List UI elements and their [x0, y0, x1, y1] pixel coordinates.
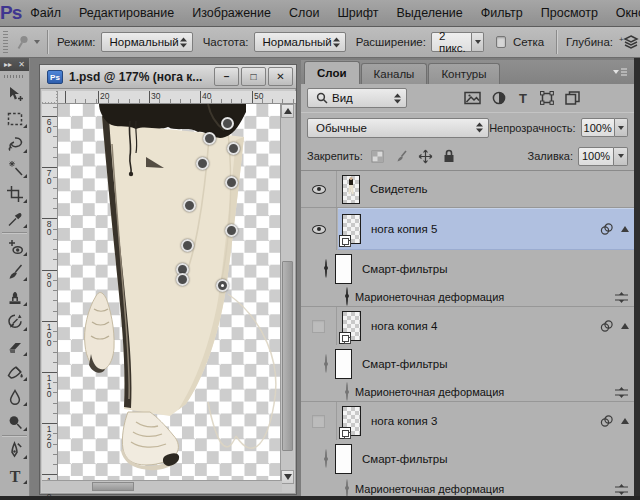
smart-filter-circles-icon[interactable]: [599, 414, 615, 428]
tool-paint-bucket[interactable]: [0, 359, 30, 384]
horizontal-scrollbar[interactable]: [42, 480, 282, 492]
filter-adjustment-layers-icon[interactable]: [492, 91, 506, 105]
document-title-bar[interactable]: Ps 1.psd @ 177% (нога к... – □ ✕: [40, 65, 296, 89]
lock-pixels-brush-icon[interactable]: [394, 149, 408, 163]
grid-checkbox[interactable]: [496, 36, 505, 48]
smart-filters-row[interactable]: Смарт-фильтры: [301, 440, 634, 478]
puppet-pin[interactable]: [227, 142, 240, 155]
toolbar-grip[interactable]: [4, 73, 25, 79]
tool-quick-selection[interactable]: [0, 156, 30, 181]
tool-pen[interactable]: [0, 437, 30, 462]
tool-rectangular-marquee[interactable]: [0, 106, 30, 131]
menu-file[interactable]: Файл: [21, 0, 70, 26]
options-grip[interactable]: [3, 31, 8, 53]
visibility-toggle[interactable]: [346, 480, 348, 498]
smart-filters-row[interactable]: Смарт-фильтры: [301, 250, 634, 287]
menu-image[interactable]: Изображение: [183, 0, 280, 26]
filter-shape-layers-icon[interactable]: [540, 91, 554, 105]
lock-all-icon[interactable]: [443, 149, 455, 163]
layer-row-svidetel[interactable]: Свидетель: [301, 171, 634, 208]
filter-smart-objects-icon[interactable]: [565, 91, 580, 105]
layer-row-noga-kopiya-5[interactable]: нога копия 5: [301, 208, 634, 250]
tab-channels[interactable]: Каналы: [361, 63, 428, 84]
visibility-toggle[interactable]: [325, 260, 327, 278]
density-dropdown[interactable]: Нормальный: [254, 32, 346, 52]
vertical-scroll-thumb[interactable]: [282, 261, 293, 451]
expansion-dropdown-button[interactable]: [472, 32, 485, 52]
toolbar-collapse-icon[interactable]: ▸▸: [4, 60, 12, 69]
pin-depth-icon[interactable]: +: [618, 33, 640, 51]
opacity-dropdown-button[interactable]: [615, 118, 628, 137]
puppet-pin[interactable]: [203, 132, 216, 145]
tool-eyedropper[interactable]: [0, 206, 30, 231]
puppet-pin-selected[interactable]: [216, 279, 229, 292]
smart-object-thumbnail[interactable]: [342, 311, 361, 341]
filter-blend-options-icon[interactable]: [614, 386, 629, 398]
blend-mode-dropdown[interactable]: Обычные: [307, 118, 489, 138]
canvas[interactable]: [58, 104, 282, 484]
tool-clone-stamp[interactable]: [0, 284, 30, 309]
tool-brush[interactable]: [0, 259, 30, 284]
smart-object-thumbnail[interactable]: [342, 406, 361, 436]
fill-dropdown-button[interactable]: [614, 147, 628, 166]
toolbar-close-icon[interactable]: ✕: [18, 60, 25, 69]
menu-select[interactable]: Выделение: [388, 0, 472, 26]
smart-object-thumbnail[interactable]: [342, 214, 361, 244]
scroll-down-arrow[interactable]: [281, 470, 294, 484]
tool-crop[interactable]: [0, 181, 30, 206]
menu-view[interactable]: Просмотр: [532, 0, 607, 26]
smart-filter-circles-icon[interactable]: [599, 222, 615, 236]
minimize-button[interactable]: –: [214, 67, 239, 86]
vertical-scrollbar[interactable]: [280, 104, 294, 484]
expansion-field[interactable]: 2 пикс.: [431, 32, 472, 52]
ruler-origin-corner[interactable]: [42, 91, 58, 104]
mode-dropdown[interactable]: Нормальный: [101, 32, 193, 52]
visibility-toggle[interactable]: [301, 402, 337, 440]
tab-paths[interactable]: Контуры: [428, 63, 499, 84]
tool-blur[interactable]: [0, 384, 30, 409]
visibility-toggle[interactable]: [301, 307, 337, 345]
puppet-pin[interactable]: [183, 199, 196, 212]
visibility-toggle[interactable]: [301, 208, 337, 250]
horizontal-scroll-thumb[interactable]: [92, 482, 134, 491]
menu-type[interactable]: Шрифт: [328, 0, 387, 26]
visibility-toggle[interactable]: [325, 450, 327, 468]
tool-red-eye[interactable]: [0, 234, 30, 259]
collapse-triangle-icon[interactable]: [621, 418, 629, 424]
panel-menu-icon[interactable]: [612, 66, 628, 78]
filter-blend-options-icon[interactable]: [614, 483, 629, 495]
filter-mask-thumbnail[interactable]: [335, 444, 352, 474]
layer-row-noga-kopiya-4[interactable]: нога копия 4: [301, 307, 634, 345]
menu-edit[interactable]: Редактирование: [70, 0, 183, 26]
visibility-toggle[interactable]: [325, 355, 327, 373]
filter-mask-thumbnail[interactable]: [335, 254, 352, 284]
visibility-toggle[interactable]: [301, 171, 337, 207]
puppet-pin[interactable]: [181, 239, 194, 252]
tool-dodge[interactable]: [0, 409, 30, 434]
collapse-triangle-icon[interactable]: [621, 323, 629, 329]
puppet-warp-row[interactable]: Марионеточная деформация: [301, 383, 634, 402]
puppet-pin[interactable]: [225, 176, 238, 189]
menu-filter[interactable]: Фильтр: [472, 0, 532, 26]
menu-layers[interactable]: Слои: [280, 0, 328, 26]
fill-value[interactable]: 100%: [578, 147, 614, 166]
smart-filter-circles-icon[interactable]: [599, 319, 615, 333]
tab-layers[interactable]: Слои: [304, 61, 360, 84]
filter-type-dropdown[interactable]: Вид: [307, 88, 407, 108]
lock-position-move-icon[interactable]: [418, 149, 433, 164]
filter-type-layers-icon[interactable]: T: [517, 91, 529, 105]
puppet-warp-row[interactable]: Марионеточная деформация: [301, 287, 634, 307]
tool-preset-arrow[interactable]: [34, 40, 40, 44]
lock-transparency-icon[interactable]: [371, 150, 384, 163]
tool-history-brush[interactable]: [0, 309, 30, 334]
visibility-toggle[interactable]: [346, 383, 348, 401]
opacity-value[interactable]: 100%: [581, 118, 615, 137]
close-button[interactable]: ✕: [268, 67, 293, 86]
filter-mask-thumbnail[interactable]: [335, 349, 352, 379]
filter-blend-options-icon[interactable]: [614, 291, 629, 303]
layer-thumbnail[interactable]: [342, 175, 360, 204]
tool-move[interactable]: [0, 81, 30, 106]
scroll-up-arrow[interactable]: [281, 104, 294, 118]
smart-filters-row[interactable]: Смарт-фильтры: [301, 345, 634, 383]
tool-lasso[interactable]: [0, 131, 30, 156]
